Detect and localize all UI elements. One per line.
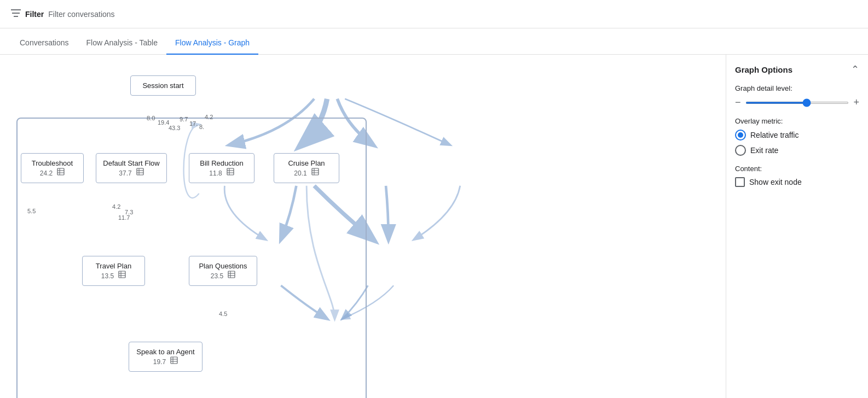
show-exit-node-label: Show exit node: [749, 178, 802, 186]
content-section: Content: Show exit node: [735, 165, 859, 187]
svg-rect-7: [137, 168, 143, 175]
detail-level-label: Graph detail level:: [735, 84, 859, 92]
node-bill-label: Bill Reduction: [196, 159, 247, 167]
node-cruise-value: 20.1: [294, 169, 306, 177]
show-exit-node-checkbox[interactable]: [735, 177, 745, 187]
edge-label-e3: 43.3: [169, 125, 180, 131]
edge-label-e5: 17.: [189, 120, 198, 127]
slider-container: − +: [735, 97, 859, 108]
show-exit-node-option[interactable]: Show exit node: [735, 177, 859, 187]
detail-level-slider[interactable]: [745, 102, 849, 104]
chevron-up-icon[interactable]: ⌃: [851, 63, 859, 75]
node-speak-agent[interactable]: Speak to an Agent 19.7: [129, 342, 202, 372]
node-plan-questions-value-row: 23.5: [196, 270, 250, 280]
node-bill-value-row: 11.8: [196, 167, 247, 177]
node-speak-label: Speak to an Agent: [136, 348, 195, 356]
node-troubleshoot[interactable]: Troubleshoot 24.2: [21, 153, 84, 183]
flow-graph: Session start 8.0 19.4 43.3 9.7 17. 4.2 …: [11, 66, 715, 383]
node-default-label: Default Start Flow: [103, 159, 160, 167]
radio-exit-rate[interactable]: Exit rate: [735, 145, 859, 156]
panel-header: Graph Options ⌃: [735, 63, 859, 75]
filter-label: Filter: [25, 10, 44, 19]
svg-rect-11: [227, 168, 234, 175]
tab-flow-table[interactable]: Flow Analysis - Table: [78, 32, 166, 55]
node-plan-questions[interactable]: Plan Questions 23.5: [189, 256, 257, 286]
table-icon-bill: [227, 168, 234, 177]
node-session-start[interactable]: Session start: [130, 75, 196, 96]
radio-relative-traffic-label: Relative traffic: [750, 131, 798, 139]
node-bill-reduction[interactable]: Bill Reduction 11.8: [189, 153, 254, 183]
svg-rect-15: [312, 168, 319, 175]
node-session-start-label: Session start: [137, 81, 189, 90]
svg-rect-27: [171, 357, 177, 364]
node-speak-value-row: 19.7: [136, 356, 195, 366]
main-content: Session start 8.0 19.4 43.3 9.7 17. 4.2 …: [0, 55, 868, 398]
node-plan-questions-value: 23.5: [211, 272, 223, 280]
edge-label-e1: 8.0: [147, 115, 155, 121]
node-travel-value: 13.5: [101, 272, 114, 280]
content-label: Content:: [735, 165, 859, 173]
filter-conversations-text: Filter conversations: [48, 10, 114, 19]
node-default-value: 37.7: [119, 169, 131, 177]
node-troubleshoot-label: Troubleshoot: [28, 159, 77, 167]
radio-exit-rate-circle: [735, 145, 746, 156]
node-travel-plan[interactable]: Travel Plan 13.5: [82, 256, 145, 286]
overlay-metric-section: Overlay metric: Relative traffic Exit ra…: [735, 117, 859, 156]
radio-relative-traffic-circle: [735, 130, 746, 141]
table-icon-cruise: [311, 168, 319, 177]
edge-label-e6: 4.2: [205, 114, 213, 120]
table-icon-troubleshoot: [57, 168, 65, 177]
edge-label-e2: 19.4: [158, 119, 169, 126]
slider-minus-button[interactable]: −: [735, 97, 741, 108]
slider-plus-button[interactable]: +: [853, 97, 859, 108]
filter-icon: [11, 9, 21, 19]
node-troubleshoot-value-row: 24.2: [28, 167, 77, 177]
radio-exit-rate-label: Exit rate: [750, 146, 778, 155]
table-icon-default: [136, 168, 144, 177]
detail-level-section: Graph detail level: − +: [735, 84, 859, 108]
graph-area[interactable]: Session start 8.0 19.4 43.3 9.7 17. 4.2 …: [0, 55, 726, 398]
node-travel-value-row: 13.5: [89, 270, 138, 280]
node-troubleshoot-value: 24.2: [40, 169, 53, 177]
edge-label-default-mid1: 4.2: [112, 203, 120, 210]
edge-label-troubleshoot-out: 5.5: [27, 208, 36, 214]
edge-label-default-mid3: 11.7: [118, 214, 130, 221]
svg-rect-19: [119, 271, 125, 278]
tab-conversations[interactable]: Conversations: [11, 32, 78, 55]
edge-label-plan-q-out: 4.5: [219, 311, 227, 317]
svg-rect-3: [57, 168, 64, 175]
edge-label-e4: 9.7: [180, 116, 188, 122]
tab-flow-graph[interactable]: Flow Analysis - Graph: [166, 32, 258, 55]
table-icon-travel: [118, 271, 126, 280]
node-default-value-row: 37.7: [103, 167, 160, 177]
tab-bar: Conversations Flow Analysis - Table Flow…: [0, 28, 868, 55]
edge-label-e7: 8.: [199, 124, 204, 130]
node-travel-label: Travel Plan: [89, 262, 138, 270]
node-bill-value: 11.8: [209, 169, 222, 177]
table-icon-speak: [170, 356, 178, 366]
node-cruise-value-row: 20.1: [281, 167, 332, 177]
table-icon-plan-questions: [228, 271, 235, 280]
overlay-metric-label: Overlay metric:: [735, 117, 859, 125]
filter-bar: Filter Filter conversations: [0, 0, 868, 28]
panel-title: Graph Options: [735, 65, 792, 74]
graph-options-panel: Graph Options ⌃ Graph detail level: − + …: [726, 55, 868, 398]
node-cruise-plan[interactable]: Cruise Plan 20.1: [274, 153, 339, 183]
node-speak-value: 19.7: [153, 358, 166, 366]
svg-rect-23: [228, 271, 235, 278]
radio-relative-traffic[interactable]: Relative traffic: [735, 130, 859, 141]
node-cruise-label: Cruise Plan: [281, 159, 332, 167]
node-default-start[interactable]: Default Start Flow 37.7: [96, 153, 167, 183]
node-plan-questions-label: Plan Questions: [196, 262, 250, 270]
